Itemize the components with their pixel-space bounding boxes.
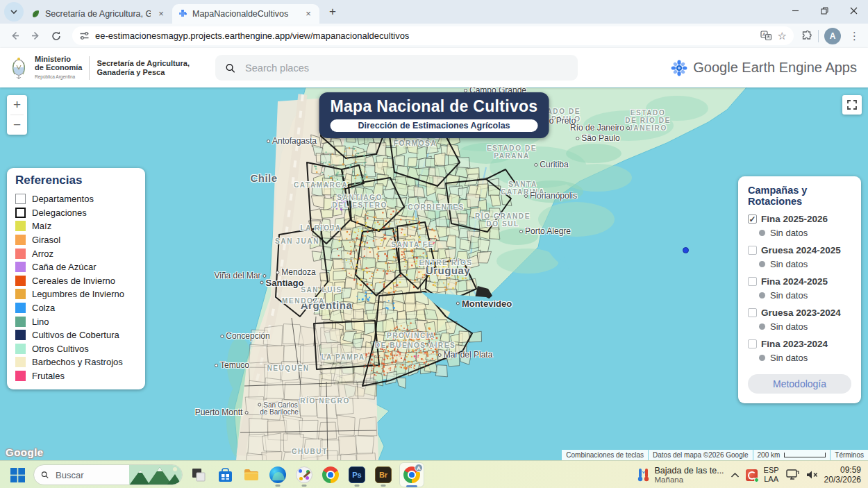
tab-close-icon[interactable]: × <box>303 8 314 19</box>
window-close-button[interactable] <box>839 0 868 21</box>
tab-close-icon[interactable]: × <box>156 8 167 19</box>
fullscreen-button[interactable] <box>842 95 862 115</box>
taskbar-search-box[interactable] <box>33 464 183 485</box>
metodologia-button[interactable]: Metodología <box>748 374 851 394</box>
new-tab-button[interactable]: + <box>324 3 342 21</box>
no-data-label: Sin datos <box>770 353 808 363</box>
campaign-label: Fina 2025-2026 <box>761 214 828 224</box>
search-icon <box>225 62 235 74</box>
zoom-control: + − <box>7 95 27 135</box>
logo-divider <box>89 56 90 80</box>
no-data-label: Sin datos <box>770 290 808 301</box>
legend-item: Colza <box>15 301 137 315</box>
legend-item: Arroz <box>15 246 137 260</box>
puzzle-icon <box>178 9 187 19</box>
ministry-sub: República Argentina <box>35 73 82 81</box>
language-indicator[interactable]: ESPLAA <box>764 466 779 484</box>
earth-engine-brand: Google Earth Engine Apps <box>671 48 857 87</box>
campaign-checkbox[interactable] <box>748 246 757 255</box>
profile-avatar[interactable]: A <box>824 28 841 44</box>
reload-button[interactable] <box>47 27 65 45</box>
tab-title: Secretaría de Agricultura, Gana <box>45 9 151 19</box>
search-doodle-image[interactable] <box>129 464 182 485</box>
no-data-radio[interactable] <box>759 230 765 236</box>
keyboard-shortcuts-link[interactable]: Combinaciones de teclas <box>562 450 648 460</box>
earth-engine-logo-icon <box>671 60 687 76</box>
chrome-button[interactable] <box>320 462 341 487</box>
legend-swatch <box>15 303 26 313</box>
legend-label: Cereales de Invierno <box>32 276 115 286</box>
windows-taskbar: Ps Br A Bajada de las te... Mañana ESPLA… <box>0 460 868 488</box>
campaign-group: Fina 2024-2025 Sin datos <box>748 276 851 301</box>
legend-label: Maíz <box>32 221 51 231</box>
browser-tab-strip: Secretaría de Agricultura, Gana × MapaNa… <box>0 0 868 24</box>
legend-item: Cereales de Invierno <box>15 274 137 288</box>
volume-muted-icon[interactable] <box>806 469 818 480</box>
legend-label: Colza <box>32 303 55 313</box>
paint-icon <box>296 466 312 483</box>
campaign-checkbox[interactable] <box>748 277 757 286</box>
campaign-checkbox[interactable]: ✓ <box>748 214 757 224</box>
weather-widget[interactable]: Bajada de las te... Mañana <box>637 466 724 485</box>
legend-swatch <box>15 221 26 231</box>
edge-button[interactable] <box>267 462 288 487</box>
toolbar-divider <box>818 30 819 42</box>
microsoft-store-button[interactable] <box>215 462 235 487</box>
bridge-icon: Br <box>375 466 392 483</box>
clock[interactable]: 09:59 20/3/2026 <box>824 465 861 485</box>
legend-label: Caña de Azúcar <box>32 262 97 272</box>
tab-mapa-nacional[interactable]: MapaNacionaldeCultivos × <box>172 4 319 24</box>
active-indicator <box>406 485 417 487</box>
file-explorer-button[interactable] <box>241 462 262 487</box>
tab-secretaria[interactable]: Secretaría de Agricultura, Gana × <box>25 4 172 24</box>
taskbar-search-input[interactable] <box>54 469 124 481</box>
browser-menu-icon[interactable]: ⋮ <box>846 30 862 42</box>
no-data-radio[interactable] <box>759 292 765 298</box>
map-marker-dot[interactable] <box>683 247 689 253</box>
forward-button[interactable] <box>26 27 44 45</box>
campaign-checkbox[interactable] <box>748 339 757 348</box>
search-icon <box>41 470 49 480</box>
tab-search-button[interactable] <box>4 2 24 22</box>
legend-item: Departamentos <box>15 192 137 206</box>
search-places-input[interactable] <box>244 62 568 74</box>
thermometer-icon <box>637 467 651 482</box>
terms-link[interactable]: Términos <box>831 450 868 460</box>
map-container[interactable]: ChileParaguayUruguayArgentinaFORMOSACATA… <box>0 87 868 460</box>
no-data-radio[interactable] <box>759 323 765 330</box>
campaign-group: Gruesa 2024-2025 Sin datos <box>748 245 851 269</box>
legend-label: Otros Cultivos <box>32 344 89 354</box>
task-view-button[interactable] <box>188 462 209 487</box>
no-data-radio[interactable] <box>759 355 765 361</box>
tray-app-icon[interactable] <box>746 469 758 481</box>
back-button[interactable] <box>6 27 24 45</box>
paint-button[interactable] <box>294 462 315 487</box>
legend-label: Girasol <box>32 235 60 245</box>
campaign-checkbox[interactable] <box>748 308 757 317</box>
zoom-in-button[interactable]: + <box>7 95 27 115</box>
legend-swatch <box>15 317 26 327</box>
legend-label: Barbechos y Rastrojos <box>32 357 123 367</box>
chrome-active-window-button[interactable]: A <box>399 462 424 487</box>
translate-icon[interactable]: A <box>760 31 772 41</box>
fullscreen-icon <box>847 100 857 110</box>
legend-label: Frutales <box>32 371 65 381</box>
bookmark-star-icon[interactable]: ☆ <box>778 30 787 42</box>
window-restore-button[interactable] <box>810 0 839 21</box>
legend-panel: Referencias Departamentos Delegaciones M… <box>7 168 145 389</box>
url-text: ee-estimacionesmagyp.projects.earthengin… <box>95 31 755 41</box>
start-button[interactable] <box>7 462 28 487</box>
zoom-out-button[interactable]: − <box>7 115 27 135</box>
legend-swatch <box>15 357 26 367</box>
bridge-button[interactable]: Br <box>373 462 394 487</box>
site-settings-icon[interactable] <box>79 31 90 41</box>
tray-chevron-up-icon[interactable] <box>731 472 740 478</box>
address-bar[interactable]: ee-estimacionesmagyp.projects.earthengin… <box>72 26 794 45</box>
campaign-group: Gruesa 2023-2024 Sin datos <box>748 308 851 332</box>
network-icon[interactable] <box>785 469 799 480</box>
no-data-radio[interactable] <box>759 261 765 267</box>
search-places-box[interactable] <box>215 55 578 81</box>
extensions-icon[interactable] <box>801 30 812 42</box>
window-minimize-button[interactable] <box>781 0 810 21</box>
photoshop-button[interactable]: Ps <box>347 462 367 487</box>
